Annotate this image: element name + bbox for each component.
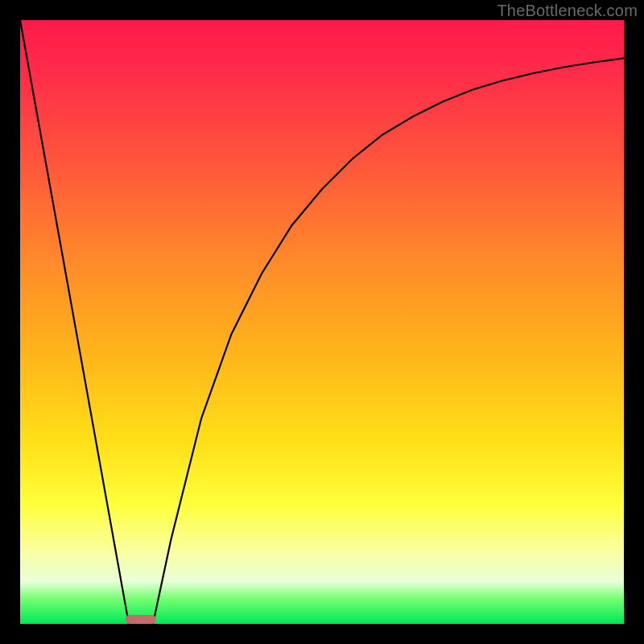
curve-left-slope: [20, 20, 129, 624]
curve-svg: [20, 20, 624, 624]
plot-area: [20, 20, 624, 624]
watermark-text: TheBottleneck.com: [497, 2, 638, 20]
chart-frame: TheBottleneck.com: [0, 0, 644, 644]
curve-right-asymptote: [153, 58, 624, 624]
minimum-marker: [126, 615, 156, 624]
